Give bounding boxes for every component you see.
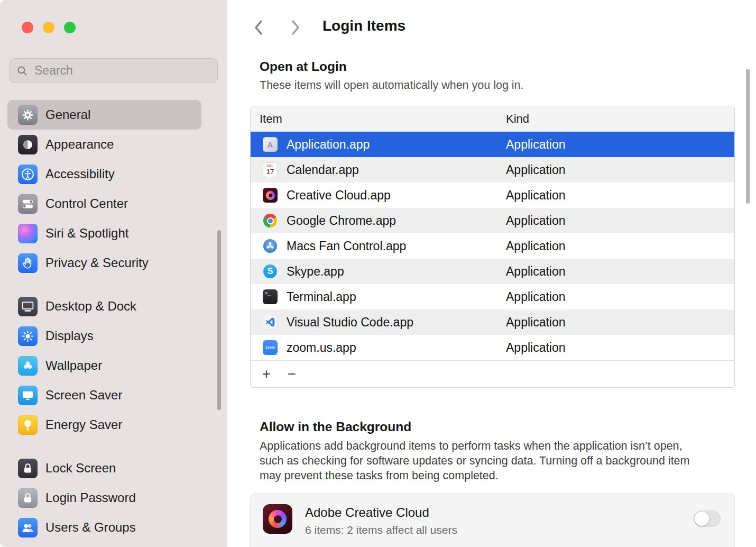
sidebar-item-screen-saver[interactable]: Screen Saver [7, 380, 201, 410]
item-name: Macs Fan Control.app [287, 239, 406, 253]
allow-in-background-description: Applications add background items to per… [260, 439, 708, 483]
item-cell: Macs Fan Control.app [251, 239, 506, 253]
sidebar-item-wallpaper[interactable]: Wallpaper [7, 351, 201, 380]
sidebar-item-control-center[interactable]: Control Center [7, 189, 201, 218]
item-kind: Application [506, 214, 734, 228]
sidebar-item-label: Lock Screen [45, 461, 116, 476]
item-kind: Application [506, 138, 734, 152]
sidebar-item-label: Users & Groups [45, 520, 136, 535]
siri-icon [18, 224, 38, 243]
sidebar-item-label: Screen Saver [45, 388, 122, 403]
sidebar-item-label: Accessibility [45, 167, 115, 181]
zoom-button[interactable] [64, 22, 76, 33]
main-pane: Login Items Open at Login These items wi… [228, 0, 756, 547]
displays-icon [18, 326, 38, 346]
sidebar-item-energy-saver[interactable]: Energy Saver [7, 410, 201, 440]
allow-in-background-heading: Allow in the Background [260, 420, 411, 434]
chrome-app-icon [263, 213, 278, 228]
generic-app-icon: A [263, 137, 278, 152]
table-row[interactable]: SSkype.appApplication [251, 259, 734, 284]
energy-saver-icon [18, 415, 38, 435]
close-button[interactable] [22, 22, 33, 33]
minimize-button[interactable] [43, 22, 54, 33]
remove-login-item-button[interactable]: − [282, 367, 301, 381]
column-header-item: Item [251, 112, 506, 126]
sidebar-group: Desktop & DockDisplaysWallpaperScreen Sa… [7, 291, 201, 440]
table-row[interactable]: zoomzoom.us.appApplication [251, 335, 734, 360]
sidebar-item-accessibility[interactable]: Accessibility [7, 159, 201, 189]
window-controls [22, 22, 76, 33]
item-cell: zoomzoom.us.app [251, 340, 506, 355]
table-header-row: Item Kind [251, 106, 734, 132]
sidebar: GeneralAppearanceAccessibilityControl Ce… [0, 0, 227, 547]
item-kind: Application [506, 239, 734, 253]
accessibility-icon [18, 165, 38, 184]
sidebar-item-desktop-dock[interactable]: Desktop & Dock [7, 291, 201, 321]
item-name: zoom.us.app [287, 341, 356, 355]
item-cell: Google Chrome.app [251, 213, 506, 228]
page-title: Login Items [322, 17, 405, 34]
item-kind: Application [506, 290, 734, 304]
sidebar-item-login-password[interactable]: Login Password [7, 483, 201, 513]
sidebar-item-siri-spotlight[interactable]: Siri & Spotlight [7, 218, 201, 248]
sidebar-item-appearance[interactable]: Appearance [7, 130, 201, 159]
table-body: AApplication.appApplicationJUL17Calendar… [251, 132, 734, 360]
open-at-login-heading: Open at Login [260, 59, 347, 74]
sidebar-scrollbar[interactable] [217, 230, 221, 410]
item-kind: Application [506, 315, 734, 330]
chevron-right-icon [291, 20, 300, 35]
sidebar-item-users-groups[interactable]: Users & Groups [7, 513, 201, 542]
item-kind: Application [506, 341, 734, 355]
item-name: Google Chrome.app [287, 214, 396, 228]
main-scrollbar[interactable] [746, 69, 750, 204]
item-cell: JUL17Calendar.app [251, 162, 506, 177]
lock-screen-icon [18, 459, 38, 478]
sidebar-item-label: Desktop & Dock [45, 299, 136, 314]
system-settings-window: GeneralAppearanceAccessibilityControl Ce… [0, 0, 756, 547]
sidebar-item-lock-screen[interactable]: Lock Screen [7, 453, 201, 483]
vscode-app-icon [263, 315, 278, 330]
screen-saver-icon [18, 386, 38, 405]
add-login-item-button[interactable]: + [257, 367, 276, 381]
table-row[interactable]: Creative Cloud.appApplication [251, 183, 734, 208]
table-row[interactable]: Google Chrome.appApplication [251, 208, 734, 233]
background-item-toggle[interactable] [694, 510, 721, 527]
background-item-name: Adobe Creative Cloud [305, 505, 457, 520]
column-header-kind: Kind [506, 112, 734, 126]
creative-cloud-app-icon [263, 188, 278, 203]
toggle-knob [695, 512, 709, 526]
calendar-app-icon: JUL17 [263, 162, 278, 177]
login-password-icon [18, 488, 38, 508]
sidebar-group: Lock ScreenLogin PasswordUsers & Groups [7, 453, 201, 542]
appearance-icon [18, 135, 38, 154]
sidebar-item-label: Control Center [45, 196, 128, 211]
sidebar-nav: GeneralAppearanceAccessibilityControl Ce… [7, 100, 201, 542]
sidebar-item-label: Siri & Spotlight [45, 226, 128, 241]
search-input[interactable] [33, 63, 211, 78]
background-item-detail: 6 items: 2 items affect all users [305, 524, 457, 536]
desktop-dock-icon [18, 297, 38, 316]
sidebar-item-displays[interactable]: Displays [7, 321, 201, 351]
table-row[interactable]: Macs Fan Control.appApplication [251, 233, 734, 259]
table-footer: + − [251, 360, 734, 387]
table-row[interactable]: Visual Studio Code.appApplication [251, 309, 734, 335]
open-at-login-description: These items will open automatically when… [260, 79, 524, 92]
sidebar-group: GeneralAppearanceAccessibilityControl Ce… [7, 100, 201, 278]
item-name: Calendar.app [287, 163, 359, 177]
table-row[interactable]: >_Terminal.appApplication [251, 284, 734, 309]
chevron-left-icon [254, 20, 263, 35]
item-cell: SSkype.app [251, 264, 506, 279]
item-name: Creative Cloud.app [287, 188, 391, 203]
privacy-hand-icon [18, 253, 38, 273]
users-groups-icon [18, 518, 38, 537]
sidebar-item-privacy-security[interactable]: Privacy & Security [7, 248, 201, 278]
sidebar-item-general[interactable]: General [7, 100, 201, 130]
item-kind: Application [506, 188, 734, 203]
search-field[interactable] [10, 58, 218, 83]
terminal-app-icon: >_ [263, 289, 278, 304]
sidebar-item-label: Energy Saver [45, 417, 122, 432]
table-row[interactable]: AApplication.appApplication [251, 132, 734, 157]
back-button[interactable] [251, 19, 266, 37]
forward-button[interactable] [288, 19, 303, 37]
table-row[interactable]: JUL17Calendar.appApplication [251, 157, 734, 183]
